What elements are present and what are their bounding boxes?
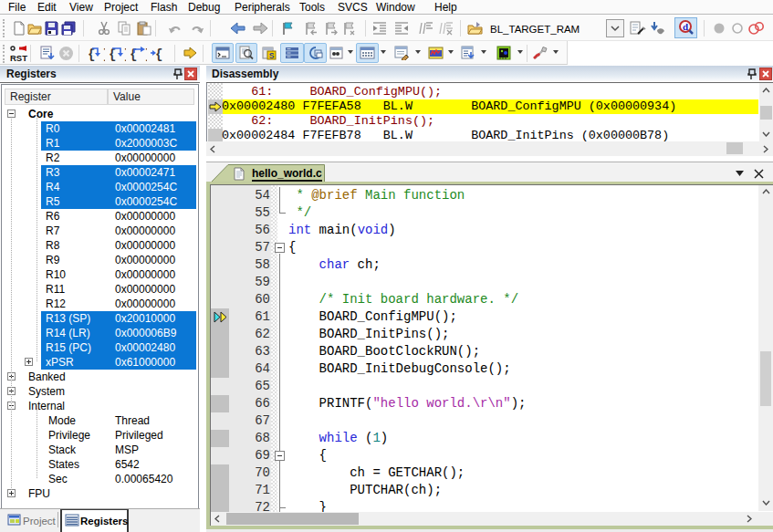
svg-text:RST: RST [10,53,27,63]
svg-text:S: S [269,51,275,60]
svg-text:{ }: { } [155,47,168,62]
svg-text:{ }: { } [109,47,126,62]
svg-text:d: d [683,21,688,32]
